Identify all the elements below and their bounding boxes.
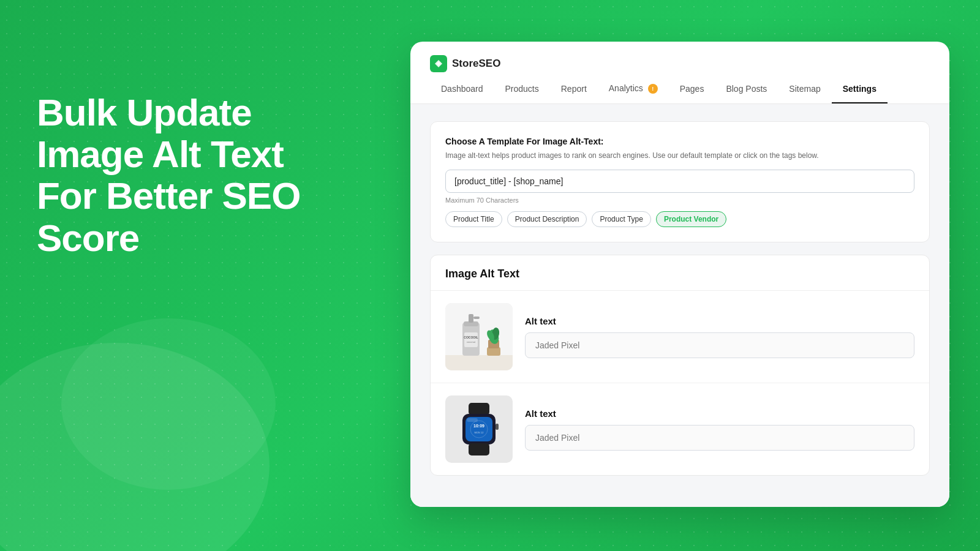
svg-rect-22 (496, 424, 499, 430)
card-header: StoreSEO Dashboard Products Report Analy… (410, 42, 949, 104)
char-limit: Maximum 70 Characters (445, 197, 914, 204)
alt-label-2: Alt text (525, 408, 914, 419)
template-title: Choose A Template For Image Alt-Text: (445, 137, 914, 146)
card-body: Choose A Template For Image Alt-Text: Im… (410, 104, 949, 507)
template-input[interactable] (445, 170, 914, 193)
svg-text:10:09: 10:09 (473, 424, 484, 428)
analytics-badge: ! (648, 84, 658, 94)
tag-product-title[interactable]: Product Title (445, 211, 502, 227)
svg-rect-8 (473, 317, 480, 319)
nav-blog-posts[interactable]: Blog Posts (715, 84, 778, 103)
alt-item-2: 10:09 MON 12 Alt text (431, 383, 929, 475)
alt-right-1: Alt text (525, 316, 914, 358)
alt-input-2[interactable] (525, 425, 914, 451)
nav-report[interactable]: Report (550, 84, 598, 103)
nav-analytics[interactable]: Analytics ! (598, 83, 669, 103)
tag-product-vendor[interactable]: Product Vendor (656, 211, 726, 227)
bg-wave-mid (61, 318, 276, 490)
tag-product-description[interactable]: Product Description (507, 211, 587, 227)
nav-dashboard[interactable]: Dashboard (430, 84, 494, 103)
alt-label-1: Alt text (525, 316, 914, 326)
brand: StoreSEO (430, 55, 930, 72)
svg-rect-15 (469, 403, 489, 415)
svg-text:coconut: coconut (467, 340, 476, 343)
product-2-svg: 10:09 MON 12 (445, 395, 513, 463)
product-1-svg: COCOOIL coconut (445, 303, 513, 370)
alt-input-1[interactable] (525, 332, 914, 358)
alt-text-section: Image Alt Text COCOOIL coc (430, 255, 930, 476)
svg-rect-23 (469, 443, 489, 455)
template-description: Image alt-text helps product images to r… (445, 150, 914, 161)
navigation: Dashboard Products Report Analytics ! Pa… (430, 83, 930, 103)
alt-right-2: Alt text (525, 408, 914, 451)
nav-pages[interactable]: Pages (669, 84, 715, 103)
hero-text: Bulk Update Image Alt Text For Better SE… (37, 92, 318, 259)
svg-text:MON 12: MON 12 (475, 431, 484, 434)
tag-row: Product Title Product Description Produc… (445, 211, 914, 227)
svg-rect-4 (464, 332, 478, 347)
product-image-1: COCOOIL coconut (445, 303, 513, 370)
tag-product-type[interactable]: Product Type (592, 211, 651, 227)
svg-rect-7 (469, 314, 473, 323)
template-section: Choose A Template For Image Alt-Text: Im… (430, 121, 930, 242)
product-image-2: 10:09 MON 12 (445, 395, 513, 463)
nav-sitemap[interactable]: Sitemap (778, 84, 831, 103)
brand-icon (430, 55, 447, 72)
svg-text:COCOOIL: COCOOIL (464, 335, 478, 339)
svg-rect-9 (487, 347, 500, 356)
nav-settings[interactable]: Settings (832, 84, 888, 103)
alt-item-1: COCOOIL coconut Alt (431, 291, 929, 383)
main-card: StoreSEO Dashboard Products Report Analy… (410, 42, 949, 507)
nav-products[interactable]: Products (494, 84, 550, 103)
svg-rect-1 (445, 355, 513, 370)
alt-section-title: Image Alt Text (431, 255, 929, 291)
brand-name: StoreSEO (452, 58, 500, 70)
